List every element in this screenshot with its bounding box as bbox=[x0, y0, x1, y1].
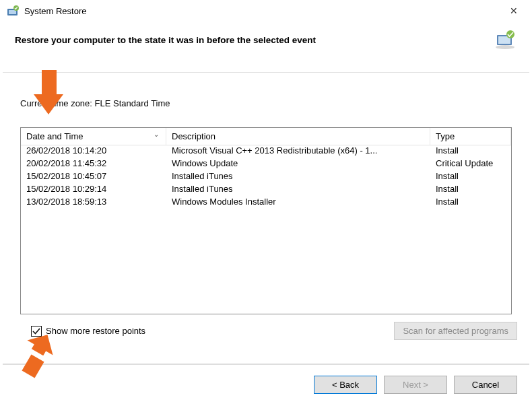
column-header-type[interactable]: Type bbox=[430, 128, 511, 145]
scan-affected-label: Scan for affected programs bbox=[403, 326, 508, 336]
svg-rect-8 bbox=[22, 354, 44, 378]
scan-affected-button[interactable]: Scan for affected programs bbox=[394, 322, 517, 340]
cell-desc: Installed iTunes bbox=[166, 184, 430, 197]
check-icon bbox=[32, 327, 40, 335]
cell-desc: Windows Modules Installer bbox=[166, 197, 430, 209]
table-body: 26/02/2018 10:14:20 Microsoft Visual C++… bbox=[21, 145, 511, 209]
titlebar: System Restore ✕ bbox=[0, 0, 532, 22]
table-row[interactable]: 15/02/2018 10:29:14 Installed iTunes Ins… bbox=[21, 184, 511, 197]
column-header-desc-label: Description bbox=[172, 131, 215, 141]
cell-date: 26/02/2018 10:14:20 bbox=[21, 145, 166, 158]
cell-type: Install bbox=[430, 197, 511, 209]
cell-type: Critical Update bbox=[430, 158, 511, 171]
column-header-date[interactable]: Date and Time ⌄ bbox=[21, 128, 166, 145]
cell-date: 13/02/2018 18:59:13 bbox=[21, 197, 166, 209]
column-header-description[interactable]: Description bbox=[166, 128, 430, 145]
button-bar: < Back Next > Cancel bbox=[314, 376, 517, 394]
restore-points-table[interactable]: Date and Time ⌄ Description Type 26/02/2… bbox=[20, 127, 512, 314]
cell-date: 15/02/2018 10:29:14 bbox=[21, 184, 166, 197]
timezone-label: Current time zone: FLE Standard Time bbox=[20, 98, 517, 108]
cell-desc: Microsoft Visual C++ 2013 Redistributabl… bbox=[166, 145, 430, 158]
next-button-label: Next > bbox=[403, 380, 428, 390]
back-button-label: < Back bbox=[332, 380, 359, 390]
cell-type: Install bbox=[430, 184, 511, 197]
restore-wizard-icon bbox=[493, 30, 517, 50]
window-title: System Restore bbox=[24, 6, 86, 16]
divider bbox=[3, 72, 529, 73]
content-area: Current time zone: FLE Standard Time Dat… bbox=[20, 98, 517, 314]
column-header-type-label: Type bbox=[436, 131, 455, 141]
cell-date: 20/02/2018 11:45:32 bbox=[21, 158, 166, 171]
cell-date: 15/02/2018 10:45:07 bbox=[21, 171, 166, 184]
table-row[interactable]: 15/02/2018 10:45:07 Installed iTunes Ins… bbox=[21, 171, 511, 184]
table-header: Date and Time ⌄ Description Type bbox=[21, 128, 511, 145]
chevron-down-icon: ⌄ bbox=[154, 131, 159, 138]
cell-desc: Installed iTunes bbox=[166, 171, 430, 184]
table-row[interactable]: 20/02/2018 11:45:32 Windows Update Criti… bbox=[21, 158, 511, 171]
show-more-checkbox[interactable] bbox=[31, 326, 42, 337]
back-button[interactable]: < Back bbox=[314, 376, 377, 394]
svg-rect-1 bbox=[9, 10, 16, 14]
close-icon: ✕ bbox=[510, 5, 518, 16]
page-heading: Restore your computer to the state it wa… bbox=[15, 35, 493, 45]
table-row[interactable]: 26/02/2018 10:14:20 Microsoft Visual C++… bbox=[21, 145, 511, 158]
footer-row: Show more restore points Scan for affect… bbox=[31, 322, 517, 340]
system-restore-icon bbox=[7, 5, 19, 17]
show-more-label: Show more restore points bbox=[46, 326, 145, 336]
next-button[interactable]: Next > bbox=[384, 376, 447, 394]
cancel-button[interactable]: Cancel bbox=[454, 376, 517, 394]
cell-type: Install bbox=[430, 171, 511, 184]
cancel-button-label: Cancel bbox=[472, 380, 499, 390]
svg-point-6 bbox=[506, 30, 514, 38]
column-header-date-label: Date and Time bbox=[26, 131, 84, 141]
cell-type: Install bbox=[430, 145, 511, 158]
cell-desc: Windows Update bbox=[166, 158, 430, 171]
heading-row: Restore your computer to the state it wa… bbox=[0, 22, 532, 53]
close-button[interactable]: ✕ bbox=[498, 0, 529, 22]
table-row[interactable]: 13/02/2018 18:59:13 Windows Modules Inst… bbox=[21, 197, 511, 209]
bottom-divider bbox=[3, 364, 529, 365]
svg-point-3 bbox=[496, 45, 514, 49]
